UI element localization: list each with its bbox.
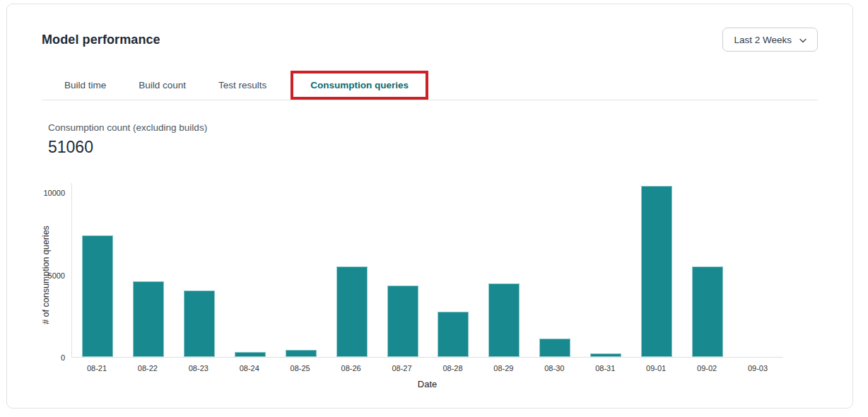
bar-08-22[interactable] bbox=[133, 281, 164, 357]
x-tick-label: 08-31 bbox=[580, 364, 631, 372]
bar-08-24[interactable] bbox=[235, 352, 266, 357]
time-range-value: Last 2 Weeks bbox=[734, 35, 792, 45]
x-tick-label: 08-24 bbox=[224, 364, 275, 372]
plot-area bbox=[71, 183, 783, 358]
metric-block: Consumption count (excluding builds) 510… bbox=[48, 122, 852, 157]
metric-label: Consumption count (excluding builds) bbox=[48, 122, 852, 133]
y-tick-label: 10000 bbox=[23, 189, 65, 197]
x-axis-label: Date bbox=[71, 379, 783, 389]
x-tick-label: 08-23 bbox=[173, 364, 224, 372]
x-tick-label: 08-30 bbox=[529, 364, 580, 372]
x-tick-label: 09-02 bbox=[681, 364, 732, 372]
bar-09-01[interactable] bbox=[641, 186, 672, 357]
bar-08-27[interactable] bbox=[387, 286, 418, 357]
x-tick-label: 08-27 bbox=[377, 364, 428, 372]
bar-08-31[interactable] bbox=[590, 353, 621, 357]
tab-test-results[interactable]: Test results bbox=[210, 71, 275, 100]
page-title: Model performance bbox=[42, 33, 160, 47]
x-tick-label: 09-03 bbox=[732, 364, 783, 372]
tab-consumption-queries[interactable]: Consumption queries bbox=[293, 74, 426, 97]
metric-value: 51060 bbox=[48, 138, 852, 157]
y-tick-label: 5000 bbox=[23, 271, 65, 280]
x-tick-label: 09-01 bbox=[631, 364, 681, 372]
bar-09-02[interactable] bbox=[692, 266, 723, 357]
bar-08-25[interactable] bbox=[286, 350, 317, 357]
x-tick-label: 08-29 bbox=[478, 364, 529, 372]
x-tick-label: 08-22 bbox=[122, 364, 173, 372]
card-header: Model performance Last 2 Weeks bbox=[7, 4, 852, 52]
x-tick-label: 08-25 bbox=[275, 364, 326, 372]
model-performance-card: Model performance Last 2 Weeks Build tim… bbox=[6, 4, 853, 409]
time-range-dropdown[interactable]: Last 2 Weeks bbox=[722, 28, 818, 52]
x-tick-label: 08-28 bbox=[428, 364, 479, 372]
bar-08-28[interactable] bbox=[438, 312, 469, 357]
bar-08-26[interactable] bbox=[336, 266, 368, 357]
tab-build-time[interactable]: Build time bbox=[56, 71, 115, 100]
y-tick-label: 0 bbox=[23, 353, 65, 362]
consumption-chart: # of consumption queries Date 0500010000… bbox=[7, 183, 852, 395]
x-tick-label: 08-21 bbox=[71, 364, 122, 372]
tab-bar: Build time Build count Test results Cons… bbox=[42, 71, 818, 100]
bar-08-21[interactable] bbox=[82, 235, 113, 357]
bar-08-30[interactable] bbox=[539, 339, 570, 357]
annotation-highlight-box: Consumption queries bbox=[291, 71, 428, 100]
bar-08-29[interactable] bbox=[488, 283, 520, 357]
tab-build-count[interactable]: Build count bbox=[130, 71, 194, 100]
bar-08-23[interactable] bbox=[184, 290, 215, 357]
x-tick-label: 08-26 bbox=[326, 364, 377, 372]
chevron-down-icon bbox=[799, 35, 807, 45]
